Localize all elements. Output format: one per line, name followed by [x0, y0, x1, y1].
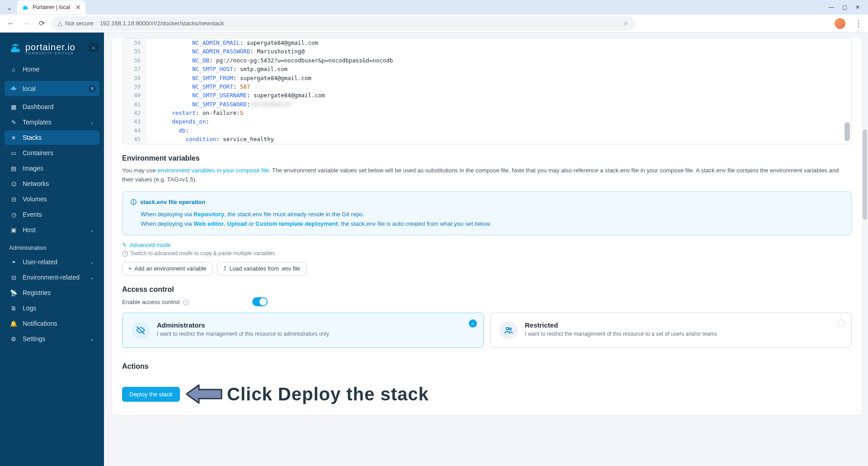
tab-dropdown-icon[interactable]: ⌄ [4, 2, 14, 13]
sidebar-item-home[interactable]: ⌂ Home [5, 62, 99, 76]
close-window-icon[interactable]: ✕ [855, 4, 860, 10]
sidebar-logo: portainer.io COMMUNITY EDITION « [5, 39, 99, 62]
brand-subtitle: COMMUNITY EDITION [25, 52, 75, 55]
sidebar-icon: 🗎 [10, 305, 17, 312]
sidebar-icon: ▤ [10, 165, 17, 172]
access-card-desc: I want to restrict the management of thi… [157, 331, 329, 337]
add-env-var-button[interactable]: + Add an environment variable [122, 262, 212, 276]
sidebar-item-containers[interactable]: ▭Containers [5, 146, 99, 160]
sidebar-item-label: Host [23, 226, 36, 233]
sidebar-item-label: Environment-related [23, 274, 80, 281]
svg-point-3 [506, 328, 509, 330]
browser-menu-icon[interactable]: ⋮ [854, 19, 863, 29]
sidebar-item-user-related[interactable]: ⚭User-related⌄ [5, 255, 99, 269]
browser-tab[interactable]: Portainer | local ✕ [17, 0, 85, 14]
chevron-down-icon: ⌄ [90, 259, 94, 265]
eye-off-icon [132, 321, 150, 339]
sidebar-item-label: Images [23, 165, 43, 172]
help-icon[interactable]: ? [183, 300, 189, 305]
sidebar-icon: ⚭ [10, 259, 17, 266]
forward-icon[interactable]: → [21, 18, 32, 29]
access-card-administrators[interactable]: Administrators I want to restrict the ma… [122, 313, 484, 348]
sidebar-item-stacks[interactable]: ≡Stacks [5, 130, 99, 145]
env-vars-title: Environment variables [122, 154, 852, 162]
sidebar-item-label: Logs [23, 304, 36, 312]
sidebar-item-label: Dashboard [23, 103, 54, 110]
svg-point-4 [509, 328, 511, 330]
sidebar-icon: ▦ [10, 104, 17, 110]
env-vars-desc: You may use environment variables in you… [122, 166, 852, 184]
sidebar-item-events[interactable]: ◷Events [5, 207, 99, 222]
access-card-title: Administrators [157, 321, 329, 329]
chevron-down-icon: ⌄ [90, 119, 94, 125]
sidebar-icon: 📡 [10, 290, 17, 296]
app-root: portainer.io COMMUNITY EDITION « ⌂ Home … [0, 33, 868, 466]
collapse-sidebar-icon[interactable]: « [89, 43, 99, 52]
minimize-icon[interactable]: — [829, 4, 834, 10]
radio-unchecked-icon [838, 319, 845, 327]
portainer-favicon-icon [22, 4, 29, 11]
sidebar-item-label: Home [23, 66, 39, 73]
callout-text: Click Deploy the stack [227, 384, 429, 404]
back-icon[interactable]: ← [5, 18, 16, 29]
sidebar-item-images[interactable]: ▤Images [5, 161, 99, 176]
sidebar-item-label: User-related [23, 258, 57, 266]
sidebar-item-label: Events [23, 211, 42, 218]
sidebar-item-logs[interactable]: 🗎Logs [5, 301, 99, 315]
sidebar-icon: ◷ [10, 211, 17, 218]
reload-icon[interactable]: ⟳ [36, 18, 47, 29]
sidebar-item-notifications[interactable]: 🔔Notifications [5, 316, 99, 331]
access-card-restricted[interactable]: Restricted I want to restrict the manage… [490, 313, 852, 348]
sidebar-item-label: Templates [23, 119, 52, 126]
close-environment-icon[interactable]: ✕ [89, 85, 96, 92]
maximize-icon[interactable]: ▢ [842, 4, 847, 10]
svg-rect-0 [23, 7, 28, 10]
close-icon[interactable]: ✕ [75, 4, 81, 11]
sidebar-item-host[interactable]: ▣Host⌄ [5, 223, 99, 237]
sidebar-item-dashboard[interactable]: ▦Dashboard [5, 100, 99, 114]
chevron-down-icon: ⌄ [90, 227, 94, 233]
whale-icon [10, 85, 18, 92]
browser-toolbar: ← → ⟳ △ Not secure 192.168.1.18:9000/#!/… [0, 14, 868, 33]
address-bar[interactable]: △ Not secure 192.168.1.18:9000/#!/2/dock… [52, 16, 635, 31]
env-vars-doc-link[interactable]: environment variables in your compose fi… [157, 167, 269, 174]
sidebar-item-label: Registries [23, 289, 51, 296]
info-icon: ⓘ [131, 198, 137, 206]
editor-scrollbar-thumb[interactable] [844, 122, 850, 141]
chevron-down-icon: ⌄ [90, 336, 94, 342]
tab-title: Portainer | local [33, 4, 70, 10]
brand-name: portainer.io COMMUNITY EDITION [25, 43, 75, 55]
access-control-toggle[interactable] [252, 297, 268, 306]
sidebar-item-templates[interactable]: ✎Templates⌄ [5, 115, 99, 129]
sidebar-icon: ⚙ [10, 336, 17, 342]
info-title: ⓘ stack.env file operation [131, 198, 843, 206]
advanced-mode-help: ? Switch to advanced mode to copy & past… [122, 250, 852, 257]
svg-rect-2 [25, 5, 26, 7]
sidebar-icon: ▭ [10, 150, 17, 157]
environment-pill[interactable]: local ✕ [5, 81, 99, 96]
sidebar-item-settings[interactable]: ⚙Settings⌄ [5, 332, 99, 346]
sidebar-item-registries[interactable]: 📡Registries [5, 285, 99, 300]
sidebar: portainer.io COMMUNITY EDITION « ⌂ Home … [0, 33, 104, 466]
deploy-stack-button[interactable]: Deploy the stack [122, 387, 180, 402]
sidebar-icon: ⊟ [10, 274, 17, 281]
help-icon: ? [122, 251, 128, 257]
bookmark-star-icon[interactable]: ☆ [623, 20, 628, 27]
sidebar-item-label: Containers [23, 149, 53, 157]
svg-rect-1 [24, 5, 25, 7]
compose-editor[interactable]: 34 NC_ADMIN_EMAIL: supergate84@gmail.com… [122, 38, 852, 144]
sidebar-item-label: Stacks [23, 134, 42, 141]
profile-avatar-icon[interactable] [835, 18, 845, 29]
editor-lines: 34 NC_ADMIN_EMAIL: supergate84@gmail.com… [123, 38, 851, 144]
sidebar-icon: ≡ [10, 134, 17, 141]
sidebar-icon: ⊟ [10, 196, 17, 203]
home-icon: ⌂ [10, 66, 17, 73]
sidebar-item-networks[interactable]: ⌬Networks [5, 176, 99, 191]
advanced-mode-link[interactable]: ✎ Advanced mode [122, 242, 852, 248]
load-env-file-button[interactable]: ⤴ Load variables from .env file [217, 262, 306, 276]
access-card-desc: I want to restrict the management of thi… [525, 331, 717, 337]
sidebar-item-environment-related[interactable]: ⊟Environment-related⌄ [5, 270, 99, 285]
sidebar-item-volumes[interactable]: ⊟Volumes [5, 192, 99, 206]
check-icon: ✓ [469, 319, 477, 328]
access-control-toggle-row: Enable access control ? [122, 297, 852, 306]
